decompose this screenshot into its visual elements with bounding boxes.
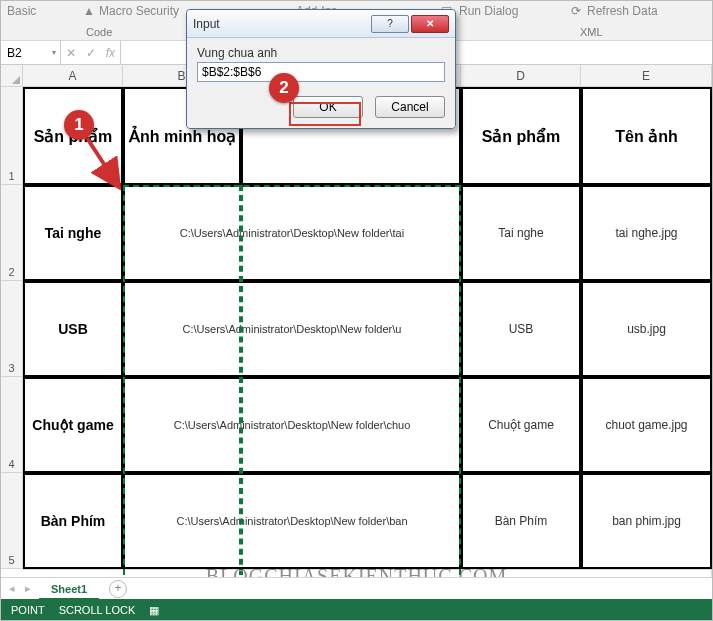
dialog-cancel-button[interactable]: Cancel bbox=[375, 96, 445, 118]
fx-icon[interactable]: fx bbox=[106, 46, 115, 60]
dialog-range-input[interactable] bbox=[197, 62, 445, 82]
code-group-label: Code bbox=[86, 26, 112, 38]
row-header-4[interactable]: 4 bbox=[1, 377, 23, 473]
callout-1: 1 bbox=[64, 110, 94, 140]
shield-icon: ▲ bbox=[83, 4, 95, 18]
cell-e2[interactable]: tai nghe.jpg bbox=[581, 185, 712, 281]
callout-2: 2 bbox=[269, 73, 299, 103]
dialog-close-button[interactable]: ✕ bbox=[411, 15, 449, 33]
range-marquee-divider bbox=[241, 185, 243, 577]
cell-empty-row[interactable] bbox=[23, 569, 712, 577]
dialog-prompt: Vung chua anh bbox=[197, 46, 445, 60]
confirm-edit-icon[interactable]: ✓ bbox=[86, 46, 96, 60]
cell-a2[interactable]: Tai nghe bbox=[23, 185, 123, 281]
row-header-3[interactable]: 3 bbox=[1, 281, 23, 377]
refresh-icon: ⟳ bbox=[571, 4, 581, 18]
col-header-e[interactable]: E bbox=[581, 65, 712, 87]
cell-bc5[interactable]: C:\Users\Administrator\Desktop\New folde… bbox=[123, 473, 461, 569]
cancel-edit-icon[interactable]: ✕ bbox=[66, 46, 76, 60]
col-header-a[interactable]: A bbox=[23, 65, 123, 87]
cell-e1[interactable]: Tên ảnh bbox=[581, 87, 712, 185]
cell-d2[interactable]: Tai nghe bbox=[461, 185, 581, 281]
add-sheet-button[interactable]: + bbox=[109, 580, 127, 598]
status-scroll-lock: SCROLL LOCK bbox=[59, 604, 136, 616]
cell-e3[interactable]: usb.jpg bbox=[581, 281, 712, 377]
basic-label: Basic bbox=[7, 4, 36, 18]
cell-e4[interactable]: chuot game.jpg bbox=[581, 377, 712, 473]
cell-bc4[interactable]: C:\Users\Administrator\Desktop\New folde… bbox=[123, 377, 461, 473]
xml-group-label: XML bbox=[580, 26, 603, 38]
cell-d4[interactable]: Chuột game bbox=[461, 377, 581, 473]
range-marquee-top bbox=[123, 185, 461, 187]
run-dialog-label[interactable]: Run Dialog bbox=[459, 4, 518, 18]
row-header-2[interactable]: 2 bbox=[1, 185, 23, 281]
cell-d3[interactable]: USB bbox=[461, 281, 581, 377]
cell-d1[interactable]: Sản phẩm bbox=[461, 87, 581, 185]
sheet-nav-next-icon[interactable]: ▸ bbox=[25, 582, 31, 595]
name-box[interactable]: B2 bbox=[1, 41, 61, 64]
dialog-title: Input bbox=[193, 17, 369, 31]
input-dialog: Input ? ✕ Vung chua anh OK Cancel bbox=[186, 9, 456, 129]
select-all-triangle[interactable] bbox=[1, 65, 23, 87]
cell-bc3[interactable]: C:\Users\Administrator\Desktop\New folde… bbox=[123, 281, 461, 377]
row-header-1[interactable]: 1 bbox=[1, 87, 23, 185]
sheet-tab-bar: ◂ ▸ Sheet1 + bbox=[1, 577, 712, 599]
cell-bc2[interactable]: C:\Users\Administrator\Desktop\New folde… bbox=[123, 185, 461, 281]
dialog-titlebar[interactable]: Input ? ✕ bbox=[187, 10, 455, 38]
sheet-nav-prev-icon[interactable]: ◂ bbox=[9, 582, 15, 595]
range-marquee-right bbox=[459, 185, 461, 577]
cell-a4[interactable]: Chuột game bbox=[23, 377, 123, 473]
cell-a5[interactable]: Bàn Phím bbox=[23, 473, 123, 569]
dialog-ok-button[interactable]: OK bbox=[293, 96, 363, 118]
sheet-tab-active[interactable]: Sheet1 bbox=[39, 578, 99, 600]
svg-line-0 bbox=[85, 135, 117, 184]
col-header-d[interactable]: D bbox=[461, 65, 581, 87]
status-mode: POINT bbox=[11, 604, 45, 616]
row-header-5[interactable]: 5 bbox=[1, 473, 23, 569]
macro-security-label[interactable]: Macro Security bbox=[99, 4, 179, 18]
name-box-value: B2 bbox=[7, 46, 22, 60]
cell-e5[interactable]: ban phim.jpg bbox=[581, 473, 712, 569]
status-bar: POINT SCROLL LOCK ▦ bbox=[1, 599, 712, 621]
formula-icons: ✕ ✓ fx bbox=[61, 41, 121, 64]
callout-1-arrow bbox=[79, 129, 129, 199]
cell-a3[interactable]: USB bbox=[23, 281, 123, 377]
dialog-help-button[interactable]: ? bbox=[371, 15, 409, 33]
macro-record-icon[interactable]: ▦ bbox=[149, 604, 159, 617]
refresh-data-label[interactable]: Refresh Data bbox=[587, 4, 658, 18]
cell-d5[interactable]: Bàn Phím bbox=[461, 473, 581, 569]
